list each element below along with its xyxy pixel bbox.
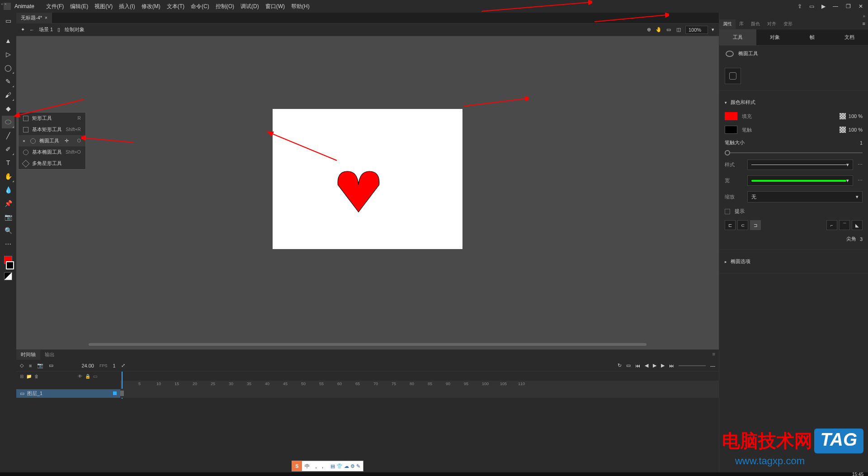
tab-library[interactable]: 库 bbox=[736, 19, 747, 29]
horizontal-scrollbar[interactable] bbox=[89, 343, 646, 346]
scene-nav-icon[interactable]: ✦ bbox=[21, 27, 25, 33]
cap-round[interactable]: ⊂ bbox=[737, 220, 748, 230]
alpha-checker-icon[interactable] bbox=[840, 127, 846, 133]
text-tool[interactable]: T bbox=[2, 156, 14, 169]
add-folder-icon[interactable]: 📁 bbox=[26, 374, 32, 379]
fill-swatch[interactable] bbox=[725, 112, 737, 120]
oval-options-header[interactable]: ▸ 椭圆选项 bbox=[725, 254, 863, 269]
frames-track[interactable] bbox=[120, 389, 719, 398]
doc-tab-close[interactable]: × bbox=[45, 15, 47, 20]
menu-modify[interactable]: 修改(M) bbox=[139, 1, 163, 12]
subselection-tool[interactable]: ▷ bbox=[2, 48, 14, 61]
flyout-rectangle[interactable]: 矩形工具 R bbox=[19, 113, 85, 124]
tab-properties[interactable]: 属性 bbox=[719, 19, 736, 29]
scale-select[interactable]: 无 ▾ bbox=[747, 191, 863, 203]
object-drawing-toggle[interactable] bbox=[725, 68, 741, 84]
tab-color[interactable]: 颜色 bbox=[747, 19, 764, 29]
stroke-percent[interactable]: 100 % bbox=[849, 127, 863, 132]
width-select[interactable]: ▾ bbox=[747, 175, 853, 186]
menu-command[interactable]: 命令(C) bbox=[188, 1, 212, 12]
tl-keyframe-btn[interactable]: ◇ bbox=[20, 363, 24, 368]
clip-icon[interactable]: ▭ bbox=[665, 27, 672, 33]
tab-output[interactable]: 输出 bbox=[40, 350, 59, 360]
tl-zoom-reset[interactable]: — bbox=[710, 363, 715, 368]
stroke-size-value[interactable]: 1 bbox=[860, 140, 863, 146]
default-colors-icon[interactable] bbox=[4, 272, 12, 280]
oval-tool[interactable] bbox=[2, 116, 14, 128]
layer-row[interactable]: ▭ 图层_1 bbox=[16, 389, 719, 398]
corner-value[interactable]: 3 bbox=[860, 236, 863, 242]
tl-next-btn[interactable]: ▶ bbox=[661, 363, 665, 368]
tl-onion-btn[interactable]: ≡ bbox=[29, 363, 32, 368]
tl-expand-icon[interactable]: ⤢ bbox=[121, 363, 125, 368]
line-tool[interactable]: ╱ bbox=[2, 129, 14, 142]
doc-tab[interactable]: 无标题-4* × bbox=[16, 13, 52, 23]
subtab-document[interactable]: 文档 bbox=[831, 29, 868, 45]
flyout-oval[interactable]: 椭圆工具 ✛ O bbox=[19, 135, 85, 146]
color-style-header[interactable]: ▾ 颜色和样式 bbox=[725, 95, 863, 109]
join-miter[interactable]: ⌐ bbox=[826, 220, 837, 230]
hint-checkbox[interactable] bbox=[725, 209, 730, 214]
tl-first-btn[interactable]: ⏮ bbox=[635, 363, 640, 368]
fill-percent[interactable]: 100 % bbox=[849, 113, 863, 119]
tl-zoom-slider[interactable] bbox=[679, 365, 706, 366]
menu-insert[interactable]: 插入(I) bbox=[116, 1, 137, 12]
fill-color-swatch[interactable] bbox=[6, 261, 14, 269]
flyout-prim-rectangle[interactable]: 基本矩形工具 Shift+R bbox=[19, 124, 85, 135]
menu-help[interactable]: 帮助(H) bbox=[288, 1, 312, 12]
tl-prev-btn[interactable]: ◀ bbox=[645, 363, 648, 368]
eyedropper-tool[interactable]: 💧 bbox=[2, 184, 14, 196]
fps-value[interactable]: 24.00 bbox=[81, 363, 94, 368]
menu-file[interactable]: 文件(F) bbox=[43, 1, 66, 12]
scene-back-icon[interactable]: ← bbox=[29, 27, 34, 33]
pin-tool[interactable]: 📌 bbox=[2, 197, 14, 210]
pencil-tool[interactable]: ✐ bbox=[2, 143, 14, 156]
visibility-icon[interactable]: 👁 bbox=[78, 374, 82, 379]
brush-tool[interactable]: 🖌 bbox=[2, 89, 14, 101]
tl-loop-btn[interactable]: ↻ bbox=[618, 363, 622, 368]
lasso-tool[interactable]: ◯ bbox=[2, 61, 14, 74]
stroke-size-slider[interactable] bbox=[725, 152, 863, 153]
ime-bar[interactable]: S 中 。， ▤ 👕 ☁ ⚙ ✎ bbox=[292, 461, 363, 471]
tl-play-btn[interactable]: ▶ bbox=[653, 363, 656, 368]
join-round[interactable]: ⌒ bbox=[839, 220, 850, 230]
tab-timeline[interactable]: 时间轴 bbox=[16, 350, 40, 360]
timeline-menu-icon[interactable]: ≡ bbox=[709, 350, 719, 360]
cap-square[interactable]: ⊐ bbox=[750, 220, 761, 230]
minimize-button[interactable]: — bbox=[832, 4, 839, 9]
tl-layer-btn[interactable]: ▭ bbox=[49, 363, 53, 368]
rotate-stage-icon[interactable]: 🤚 bbox=[656, 27, 662, 33]
eraser-tool[interactable]: ◆ bbox=[2, 102, 14, 115]
lock-icon[interactable]: 🔒 bbox=[85, 374, 90, 379]
menu-text[interactable]: 文本(T) bbox=[164, 1, 187, 12]
join-bevel[interactable]: ◣ bbox=[852, 220, 863, 230]
fit-icon[interactable]: ◫ bbox=[675, 27, 682, 33]
keyframe[interactable] bbox=[120, 391, 124, 396]
hand-tool[interactable]: ✋ bbox=[2, 170, 14, 183]
close-button[interactable]: ✕ bbox=[857, 4, 864, 9]
zoom-input[interactable] bbox=[685, 26, 708, 34]
heart-shape[interactable] bbox=[331, 163, 386, 217]
ime-lang[interactable]: 中 bbox=[302, 463, 312, 470]
menu-window[interactable]: 窗口(W) bbox=[263, 1, 288, 12]
cap-butt[interactable]: ⊏ bbox=[725, 220, 736, 230]
taskbar[interactable] bbox=[0, 472, 868, 476]
flyout-polystar[interactable]: 多角星形工具 bbox=[19, 158, 85, 169]
outline-icon[interactable]: ▭ bbox=[93, 374, 97, 379]
maximize-button[interactable]: ❐ bbox=[844, 4, 852, 9]
stage-area[interactable] bbox=[16, 36, 719, 349]
subtab-frame[interactable]: 帧 bbox=[794, 29, 831, 45]
style-select[interactable]: ▾ bbox=[747, 160, 853, 170]
ime-tools[interactable]: ▤ 👕 ☁ ⚙ ✎ bbox=[328, 463, 363, 469]
edit-tool-icon[interactable]: ▭ bbox=[2, 14, 14, 27]
camera-tool[interactable]: 📷 bbox=[2, 211, 14, 223]
alpha-checker-icon[interactable] bbox=[840, 113, 846, 119]
subtab-tool[interactable]: 工具 bbox=[719, 29, 756, 45]
flyout-prim-oval[interactable]: 基本椭圆工具 Shift+O bbox=[19, 146, 85, 158]
width-options-icon[interactable]: ⋯ bbox=[858, 178, 863, 184]
tl-last-btn[interactable]: ⏭ bbox=[669, 363, 674, 368]
timeline-ruler[interactable]: 51015 202530 354045 505560 657075 808590… bbox=[120, 381, 719, 389]
panel-menu-icon[interactable]: ≡ bbox=[860, 19, 868, 29]
style-options-icon[interactable]: ⋯ bbox=[858, 162, 863, 168]
stroke-swatch[interactable] bbox=[725, 126, 737, 134]
